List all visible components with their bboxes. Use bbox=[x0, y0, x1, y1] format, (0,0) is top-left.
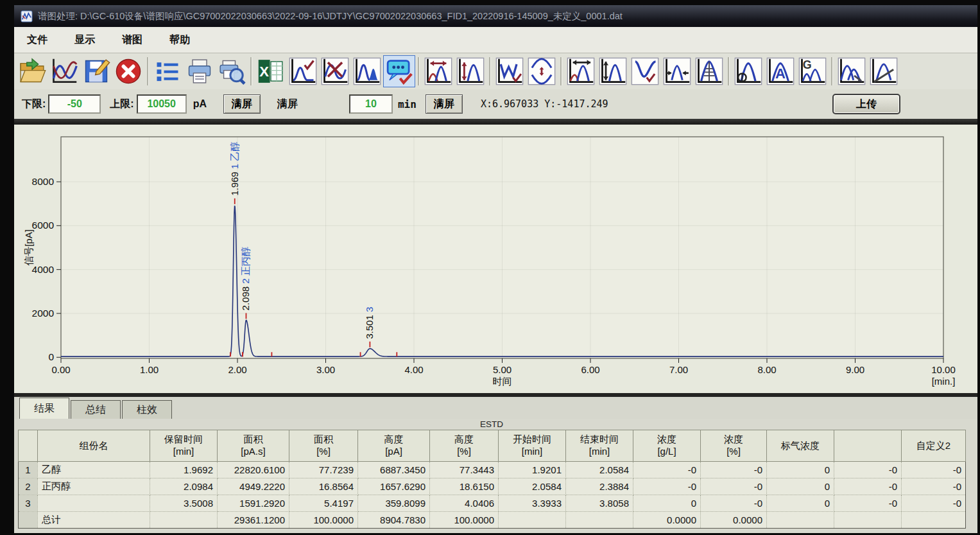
chromatogram-panel: 0.001.002.003.004.005.006.007.008.009.00… bbox=[14, 125, 977, 393]
column-header: 结束时间[min] bbox=[566, 430, 633, 462]
save-icon[interactable] bbox=[80, 55, 112, 87]
cell: 0 bbox=[633, 495, 701, 512]
y-tick-label: 8000 bbox=[32, 176, 55, 187]
results-table: 组份名保留时间[min]面积[pA.s]面积[%]高度[pA]高度[%]开始时间… bbox=[18, 430, 966, 529]
cell: -0 bbox=[902, 478, 966, 495]
column-header: 浓度[g/L] bbox=[633, 430, 701, 462]
cell: 2.0584 bbox=[566, 462, 633, 478]
svg-text:X: X bbox=[259, 64, 269, 80]
cell: 3 bbox=[19, 495, 38, 512]
fullscreen-label: 满屏 bbox=[277, 98, 298, 111]
export-excel-icon[interactable]: X bbox=[255, 55, 287, 87]
baseline-w-icon[interactable] bbox=[494, 55, 526, 87]
cell: 100.0000 bbox=[289, 512, 358, 529]
peak-marker-icon[interactable] bbox=[732, 55, 764, 87]
reject-peak-icon[interactable] bbox=[319, 55, 351, 87]
toolbar-separator bbox=[831, 57, 833, 85]
upload-button[interactable]: 上传 bbox=[832, 94, 900, 114]
manual-peak-height-icon[interactable] bbox=[597, 55, 629, 87]
menu-help[interactable]: 帮助 bbox=[164, 32, 195, 48]
title-bar: 谱图处理: D:\GC-610设备\谱图响应\GC97002022030663\… bbox=[14, 5, 977, 27]
cell bbox=[38, 495, 150, 512]
cell: -0 bbox=[701, 495, 767, 512]
peak-center-icon[interactable] bbox=[661, 55, 693, 87]
table-row[interactable]: 1乙醇1.969222820.610077.72396887.345077.34… bbox=[19, 462, 966, 478]
lower-limit-input[interactable] bbox=[48, 94, 101, 114]
x-tick-label: 10.00 bbox=[931, 364, 956, 375]
x-axis-label: 时间 bbox=[493, 376, 512, 387]
table-header-row: 组份名保留时间[min]面积[pA.s]面积[%]高度[pA]高度[%]开始时间… bbox=[19, 430, 966, 462]
x-tick-label: 7.00 bbox=[669, 364, 688, 375]
lower-limit-label: 下限: bbox=[22, 98, 46, 111]
cell: 77.7239 bbox=[289, 462, 358, 478]
cell: 2 bbox=[19, 478, 38, 495]
peak-list-icon[interactable] bbox=[151, 55, 184, 87]
peak-width-icon[interactable] bbox=[422, 55, 454, 87]
valley-detect-icon[interactable] bbox=[629, 55, 661, 87]
print-preview-icon[interactable] bbox=[216, 55, 248, 87]
y-tick-label: 4000 bbox=[32, 264, 55, 275]
cell: 29361.1200 bbox=[218, 512, 289, 529]
tab-column-efficiency[interactable]: 柱效 bbox=[122, 400, 172, 419]
time-range-input[interactable] bbox=[349, 94, 393, 114]
cell: 4949.2220 bbox=[218, 478, 289, 495]
app-icon bbox=[21, 10, 33, 22]
toolbar-separator bbox=[728, 57, 730, 85]
cell: -0 bbox=[902, 495, 966, 512]
cell: 乙醇 bbox=[38, 462, 150, 478]
peak-grid-icon[interactable] bbox=[693, 55, 725, 87]
menu-display[interactable]: 显示 bbox=[69, 32, 100, 48]
x-tick-label: 0.00 bbox=[51, 364, 70, 375]
cell: 1 bbox=[19, 462, 38, 478]
window-title: 谱图处理: D:\GC-610设备\谱图响应\GC97002022030663\… bbox=[38, 10, 623, 22]
annotation-icon[interactable] bbox=[383, 55, 415, 87]
view-curves-icon[interactable] bbox=[48, 55, 80, 87]
peak-label-icon[interactable]: A bbox=[764, 55, 796, 87]
upper-limit-input[interactable] bbox=[137, 94, 187, 114]
baseline-slope-icon[interactable] bbox=[868, 55, 900, 87]
x-tick-label: 6.00 bbox=[581, 364, 599, 375]
cell: 1.9201 bbox=[499, 462, 566, 478]
tab-results[interactable]: 结果 bbox=[19, 398, 69, 419]
x-tick-label: 1.00 bbox=[140, 364, 159, 375]
close-icon[interactable] bbox=[112, 55, 144, 87]
cell: -0 bbox=[633, 462, 701, 478]
cell bbox=[767, 512, 834, 529]
table-row[interactable]: 2正丙醇2.09844949.222016.85641657.629018.61… bbox=[19, 478, 966, 495]
fullscreen-x-button[interactable]: 满屏 bbox=[426, 94, 463, 114]
column-header: 组份名 bbox=[38, 430, 150, 462]
cell: 1591.2920 bbox=[218, 495, 289, 512]
open-file-icon[interactable] bbox=[16, 55, 48, 87]
table-row[interactable]: 33.50081591.29205.4197359.80994.04063.39… bbox=[19, 495, 966, 512]
peak-label: 3.501 3 bbox=[364, 307, 375, 339]
cell bbox=[566, 512, 633, 529]
accept-peak-icon[interactable] bbox=[287, 55, 319, 87]
cell: 22820.6100 bbox=[218, 462, 289, 478]
overlay-peaks-icon[interactable] bbox=[836, 55, 868, 87]
tab-summary[interactable]: 总结 bbox=[71, 400, 121, 419]
y-tick-label: 0 bbox=[48, 351, 54, 362]
valley-split-icon[interactable] bbox=[526, 55, 558, 87]
column-header bbox=[19, 430, 38, 462]
cell: 5.4197 bbox=[289, 495, 358, 512]
column-header: 开始时间[min] bbox=[499, 430, 566, 462]
menu-file[interactable]: 文件 bbox=[22, 32, 53, 48]
chromatogram-chart[interactable]: 0.001.002.003.004.005.006.007.008.009.00… bbox=[18, 125, 974, 393]
column-header: 浓度[%] bbox=[701, 430, 767, 462]
x-axis-unit: [min.] bbox=[932, 376, 956, 387]
cell: 0 bbox=[767, 478, 834, 495]
peak-height-icon[interactable] bbox=[454, 55, 486, 87]
menu-spectrum[interactable]: 谱图 bbox=[117, 32, 148, 48]
fill-peak-icon[interactable] bbox=[351, 55, 383, 87]
x-tick-label: 2.00 bbox=[228, 364, 246, 375]
cell: 总计 bbox=[38, 512, 150, 529]
manual-peak-width-icon[interactable] bbox=[565, 55, 597, 87]
print-icon[interactable] bbox=[184, 55, 216, 87]
cell bbox=[150, 512, 218, 529]
cell: 正丙醇 bbox=[38, 478, 150, 495]
cell: -0 bbox=[834, 478, 902, 495]
fullscreen-y-button[interactable]: 满屏 bbox=[223, 94, 261, 114]
table-row[interactable]: 总计29361.1200100.00008904.7830100.00000.0… bbox=[19, 512, 966, 529]
group-peaks-icon[interactable]: G bbox=[796, 55, 829, 87]
cell: 2.3884 bbox=[566, 478, 633, 495]
